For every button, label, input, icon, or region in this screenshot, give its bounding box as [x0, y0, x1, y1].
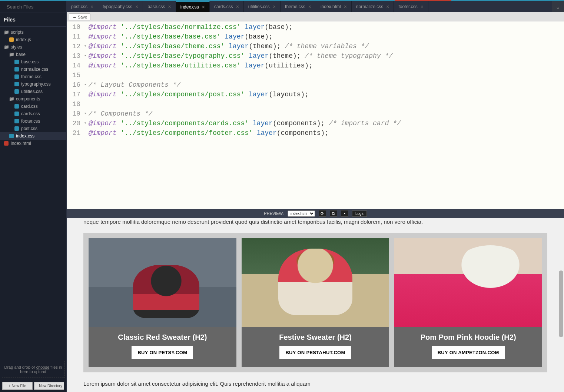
tree-item-post-css[interactable]: post.css [0, 125, 66, 132]
close-icon[interactable]: × [273, 4, 276, 10]
tab-label: theme.css [285, 4, 305, 9]
close-icon[interactable]: × [386, 4, 389, 10]
close-icon[interactable]: × [308, 4, 311, 10]
tree-item-footer-css[interactable]: footer.css [0, 117, 66, 125]
close-icon[interactable]: × [90, 4, 93, 10]
code-line[interactable]: 20▾@import '../styles/components/cards.c… [67, 119, 564, 128]
tree-item-styles[interactable]: 📁styles [0, 43, 66, 51]
code-text[interactable]: /* Components */ [83, 109, 564, 119]
tree-item-utilities-css[interactable]: utilities.css [0, 88, 66, 95]
code-text[interactable]: @import '../styles/base/theme.css' layer… [83, 41, 564, 51]
search-bar[interactable] [0, 1, 66, 13]
code-line[interactable]: 12▾@import '../styles/base/theme.css' la… [67, 41, 564, 51]
css-file-icon [14, 111, 19, 116]
tab-typography-css[interactable]: typography.css× [98, 1, 143, 12]
tree-item-label: styles [11, 44, 22, 50]
refresh-icon[interactable]: ⟳ [319, 210, 326, 217]
tab-label: index.css [180, 4, 199, 10]
code-text[interactable]: /* Layout Components */ [83, 80, 564, 90]
tab-index-css[interactable]: index.css× [176, 1, 210, 12]
fold-icon[interactable]: ▾ [84, 41, 86, 51]
drop-zone[interactable]: Drag and drop or choose files in here to… [2, 361, 64, 378]
file-tree: 📁scriptsindex.js📁styles📁basebase.cssnorm… [0, 27, 66, 359]
preview-pane[interactable]: neque tempore mollitia doloremque nemo d… [67, 218, 564, 392]
css-file-icon [14, 82, 19, 87]
fold-icon[interactable]: ▾ [84, 80, 86, 90]
tab-footer-css[interactable]: footer.css× [394, 1, 428, 12]
tab-theme-css[interactable]: theme.css× [281, 1, 316, 12]
tree-item-label: theme.css [21, 74, 42, 79]
tree-item-base-css[interactable]: base.css [0, 58, 66, 66]
tab-normalize-css[interactable]: normalize.css× [352, 1, 394, 12]
code-line[interactable]: 13▾@import '../styles/base/typography.cs… [67, 51, 564, 61]
save-button[interactable]: ☁ Save [69, 13, 90, 20]
close-icon[interactable]: × [236, 4, 239, 10]
code-line[interactable]: 15 [67, 70, 564, 80]
new-directory-button[interactable]: + New Directory [34, 382, 64, 390]
code-text[interactable]: @import '../styles/base/base.css' layer(… [83, 32, 564, 41]
buy-button[interactable]: BUY ON PETSY.COM [132, 346, 193, 359]
code-text[interactable]: @import '../styles/base/normalize.css' l… [83, 22, 564, 32]
scrollbar-thumb[interactable] [559, 270, 563, 337]
logs-button[interactable]: Logs [352, 210, 367, 217]
tree-item-index-html[interactable]: index.html [0, 140, 66, 147]
code-text[interactable]: @import '../styles/components/cards.css'… [83, 119, 564, 128]
tree-item-cards-css[interactable]: cards.css [0, 110, 66, 117]
tree-item-scripts[interactable]: 📁scripts [0, 29, 66, 36]
tree-item-theme-css[interactable]: theme.css [0, 73, 66, 80]
code-text[interactable]: @import '../styles/base/utilities.css' l… [83, 61, 564, 70]
buy-button[interactable]: BUY ON AMPETZON.COM [432, 346, 505, 359]
line-number: 16▾ [67, 80, 83, 90]
code-line[interactable]: 10@import '../styles/base/normalize.css'… [67, 22, 564, 32]
sidebar: Files 📁scriptsindex.js📁styles📁basebase.c… [0, 1, 67, 392]
tree-item-typography-css[interactable]: typography.css [0, 80, 66, 88]
html-file-icon [4, 141, 9, 146]
tab-utilities-css[interactable]: utilities.css× [244, 1, 281, 12]
tab-post-css[interactable]: post.css× [67, 1, 98, 12]
tree-item-normalize-css[interactable]: normalize.css [0, 66, 66, 73]
tree-item-components[interactable]: 📁components [0, 95, 66, 103]
files-header: Files [0, 13, 66, 27]
css-file-icon [14, 67, 19, 72]
tree-item-index-css[interactable]: index.css [0, 132, 66, 140]
search-input[interactable] [7, 4, 69, 10]
code-text[interactable]: @import '../styles/components/footer.css… [83, 128, 564, 138]
code-line[interactable]: 17@import '../styles/components/post.css… [67, 90, 564, 99]
code-text[interactable]: @import '../styles/components/post.css' … [83, 90, 564, 99]
code-line[interactable]: 14@import '../styles/base/utilities.css'… [67, 61, 564, 70]
close-icon[interactable]: × [421, 4, 424, 10]
close-icon[interactable]: × [344, 4, 347, 10]
new-file-button[interactable]: + New File [2, 382, 33, 390]
preview-paragraph-2: Lorem ipsum dolor sit amet consectetur a… [83, 380, 547, 388]
code-line[interactable]: 19▾/* Components */ [67, 109, 564, 119]
tabs-overflow-icon[interactable]: ⌄ [552, 1, 564, 12]
code-text[interactable] [83, 99, 564, 109]
code-editor[interactable]: 10@import '../styles/base/normalize.css'… [67, 21, 564, 209]
indicator-icon[interactable]: • [341, 210, 348, 217]
fold-icon[interactable]: ▾ [84, 119, 86, 128]
code-text[interactable] [83, 70, 564, 80]
tab-base-css[interactable]: base.css× [143, 1, 176, 12]
code-line[interactable]: 16▾/* Layout Components */ [67, 80, 564, 90]
fold-icon[interactable]: ▾ [84, 109, 86, 119]
tab-index-html[interactable]: index.html× [316, 1, 352, 12]
css-file-icon [14, 104, 19, 109]
code-line[interactable]: 21@import '../styles/components/footer.c… [67, 128, 564, 138]
save-label: Save [78, 15, 87, 19]
buy-button[interactable]: BUY ON PESTAHUT.COM [279, 346, 351, 359]
tree-item-index-js[interactable]: index.js [0, 36, 66, 43]
fold-icon[interactable]: ▾ [84, 51, 86, 61]
code-text[interactable]: @import '../styles/base/typography.css' … [83, 51, 564, 61]
close-icon[interactable]: × [202, 4, 205, 10]
preview-file-select[interactable]: index.html [288, 210, 315, 217]
open-external-icon[interactable]: ⧉ [330, 210, 337, 217]
tree-item-card-css[interactable]: card.css [0, 103, 66, 110]
choose-files-link[interactable]: choose [36, 365, 49, 369]
code-line[interactable]: 11@import '../styles/base/base.css' laye… [67, 32, 564, 41]
close-icon[interactable]: × [168, 4, 171, 10]
preview-scrollbar[interactable] [559, 219, 563, 391]
code-line[interactable]: 18 [67, 99, 564, 109]
close-icon[interactable]: × [135, 4, 138, 10]
tab-cards-css[interactable]: cards.css× [210, 1, 244, 12]
tree-item-base[interactable]: 📁base [0, 51, 66, 58]
